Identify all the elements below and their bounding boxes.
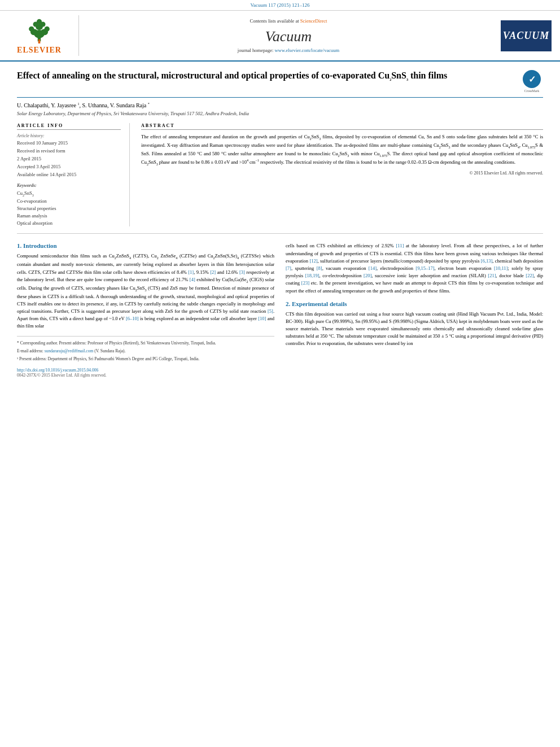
elsevier-logo: ELSEVIER (17, 16, 62, 55)
introduction-title: 1. Introduction (17, 242, 274, 249)
svg-point-5 (45, 27, 50, 32)
crossmark-icon: ✓ (523, 70, 541, 88)
article-info-label: ARTICLE INFO (17, 123, 121, 130)
footnote-email: E-mail address: sundararaju@rediffmail.c… (17, 348, 274, 354)
abstract-column: ABSTRACT The effect of annealing tempera… (141, 123, 543, 226)
revised-label: Received in revised form (17, 148, 121, 155)
available-online-date: Available online 14 April 2015 (17, 172, 121, 178)
keyword-3: Structural properties (17, 205, 121, 212)
journal-name: Vacuum (265, 28, 312, 45)
footnotes-section: * Corresponding author. Present address:… (17, 336, 274, 378)
journal-info-center: Contents lists available at ScienceDirec… (85, 15, 492, 56)
right-column: cells based on CTS exhibited an efficien… (286, 242, 543, 378)
footnote-corresponding: * Corresponding author. Present address:… (17, 340, 274, 346)
journal-reference: Vacuum 117 (2015) 121–126 (251, 2, 310, 8)
keyword-2: Co-evaporation (17, 198, 121, 205)
keyword-5: Optical absorption (17, 220, 121, 227)
main-content-section: 1. Introduction Compound semiconductor t… (17, 242, 543, 378)
article-body: Effect of annealing on the structural, m… (0, 62, 560, 386)
left-column: 1. Introduction Compound semiconductor t… (17, 242, 274, 378)
homepage-url[interactable]: www.elsevier.com/locate/vacuum (274, 47, 339, 53)
keywords-section: Keywords: Cu2SnS3 Co-evaporation Structu… (17, 183, 121, 227)
abstract-text: The effect of annealing temperature and … (141, 133, 543, 167)
footnote-links: http://dx.doi.org/10.1016/j.vacuum.2015.… (17, 366, 274, 373)
keyword-4: Raman analysis (17, 212, 121, 220)
history-label: Article history: (17, 133, 121, 138)
svg-point-4 (29, 27, 34, 32)
svg-rect-11 (38, 41, 41, 43)
keywords-label: Keywords: (17, 183, 121, 188)
authors-line: U. Chalapathi, Y. Jayasree 1, S. Uthanna… (17, 102, 543, 108)
sciencedirect-link[interactable]: ScienceDirect (300, 18, 327, 24)
contents-available-text: Contents lists available at ScienceDirec… (250, 18, 327, 24)
copyright-text: © 2015 Elsevier Ltd. All rights reserved… (141, 171, 543, 176)
vacuum-badge-section: VACUUM (498, 15, 554, 56)
svg-point-10 (38, 40, 41, 42)
right-col-intro-paragraph: cells based on CTS exhibited an efficien… (286, 242, 543, 294)
issn-text: 0042-207X/© 2015 Elsevier Ltd. All right… (17, 373, 274, 378)
vacuum-journal-badge: VACUUM (501, 20, 552, 51)
accepted-date: Accepted 3 April 2015 (17, 164, 121, 171)
crossmark-label: CrossMark (524, 89, 540, 93)
doi-link[interactable]: http://dx.doi.org/10.1016/j.vacuum.2015.… (17, 366, 98, 373)
journal-header: ELSEVIER Contents lists available at Sci… (0, 11, 560, 62)
affiliation-line: Solar Energy Laboratory, Department of P… (17, 111, 543, 116)
experimental-title: 2. Experimental details (286, 300, 543, 307)
revised-date: 2 April 2015 (17, 156, 121, 163)
journal-reference-bar: Vacuum 117 (2015) 121–126 (0, 0, 560, 11)
keyword-1: Cu2SnS3 (17, 190, 121, 198)
email-link[interactable]: sundararaju@rediffmail.com (45, 348, 94, 353)
footnote-1: ¹ Present address: Department of Physics… (17, 356, 274, 362)
received-date: Received 10 January 2015 (17, 140, 121, 147)
article-info-column: ARTICLE INFO Article history: Received 1… (17, 123, 130, 226)
abstract-label: ABSTRACT (141, 123, 543, 130)
article-info-abstract-section: ARTICLE INFO Article history: Received 1… (17, 123, 543, 234)
elsevier-logo-section: ELSEVIER (6, 15, 79, 56)
journal-homepage-line: journal homepage: www.elsevier.com/locat… (238, 47, 339, 53)
elsevier-tree-icon (24, 16, 55, 45)
crossmark-badge[interactable]: ✓ CrossMark (520, 70, 543, 93)
experimental-paragraph-1: CTS thin film deposition was carried out… (286, 311, 543, 348)
svg-point-9 (37, 19, 42, 24)
elsevier-brand-text: ELSEVIER (17, 46, 62, 55)
introduction-paragraph-1: Compound semiconductor thin films such a… (17, 252, 274, 330)
article-title: Effect of annealing on the structural, m… (17, 70, 520, 82)
article-title-section: Effect of annealing on the structural, m… (17, 70, 543, 98)
